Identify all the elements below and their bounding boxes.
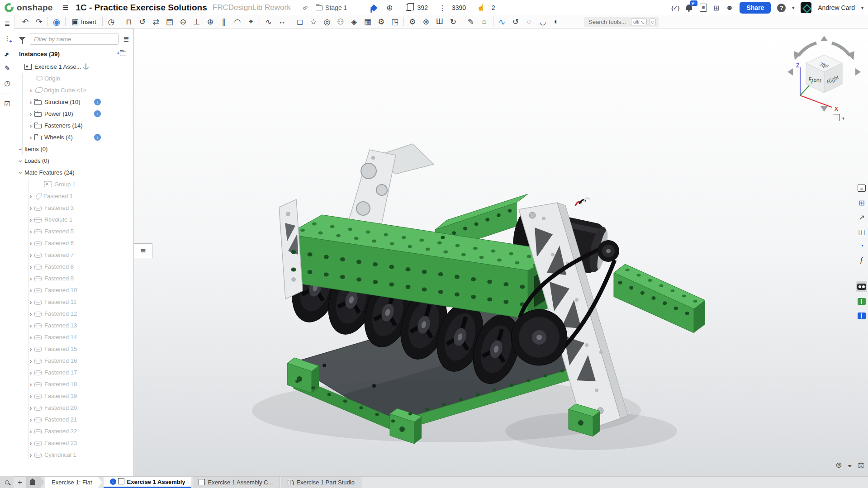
tree-chevron-icon[interactable]: › [18,157,24,165]
tree-chevron-icon[interactable]: › [27,87,34,94]
tree-chevron-icon[interactable]: › [27,122,34,129]
search-tabs-icon[interactable] [0,476,14,488]
tree-row[interactable]: ›Fastened 8 [14,261,133,272]
update-available-badge[interactable]: ↓ [94,99,101,105]
search-tools-box[interactable]: Search tools... alt/⌥ c [584,17,659,27]
mate-pin-slot-icon[interactable]: ⊥ [190,16,204,27]
named-positions-icon[interactable]: ⚇ [334,16,347,27]
tree-chevron-icon[interactable]: › [27,110,34,117]
tree-chevron-icon[interactable]: › [27,404,34,411]
help-caret-icon[interactable]: ▾ [792,5,794,10]
tree-row[interactable]: ›Fastened 20 [14,402,133,413]
tree-row[interactable]: ›Fasteners (14) [14,119,133,131]
list-options-icon[interactable]: ≣ [123,35,129,43]
tree-row[interactable]: ›Fastened 21 [14,413,133,425]
tree-row[interactable]: ›Power (10)↓ [14,108,133,119]
tree-chevron-icon[interactable]: › [27,228,34,235]
tree-row[interactable]: ›Group 1 [14,178,133,190]
tree-chevron-icon[interactable]: › [27,310,34,317]
tree-row[interactable]: ›Fastened 13 [14,319,133,331]
custom-features-icon[interactable]: ⚙ [375,16,388,27]
gear-pair-icon[interactable]: ⚙ [406,16,419,27]
doc-tab[interactable]: Exercise 1 Part Studio [281,477,361,488]
tree-row[interactable]: ›Fastened 16 [14,355,133,366]
tree-row[interactable]: ›Fastened 22 [14,425,133,437]
mate-planar-icon[interactable]: ▤ [163,16,176,27]
mate-tangent-icon[interactable]: ◠ [231,16,244,27]
tree-chevron-icon[interactable]: › [27,298,34,305]
orbit-dashed-icon[interactable]: ◌ [522,16,536,27]
filter-icon[interactable] [19,37,25,41]
tree-row[interactable]: ›Fastened 10 [14,284,133,296]
app-store-icon[interactable]: ⊞ [713,4,719,12]
home-tab[interactable] [26,477,44,488]
filter-input[interactable] [30,33,119,45]
ai-advisor-icon[interactable] [856,281,867,292]
tree-row[interactable]: ›Fastened 3 [14,202,133,213]
tree-row[interactable]: ›Fastened 23 [14,437,133,449]
follow-checklist-icon[interactable]: ☑ [2,99,13,109]
export-icon[interactable]: ⌂ [478,16,491,27]
learning-guide-icon[interactable] [856,296,867,307]
tree-chevron-icon[interactable]: › [27,440,34,446]
insert-instance-icon[interactable] [120,50,129,58]
tree-chevron-icon[interactable]: › [27,416,34,423]
history-icon[interactable]: ◷ [2,78,13,89]
graphics-viewport[interactable]: ≣ Top Front Right Z X Y ▾ ≣⊞↗◫◔ [134,28,868,476]
comments-icon[interactable]: ● [2,48,13,59]
configurations-icon[interactable]: ▦ [361,16,375,27]
appearance-icon[interactable]: ◔ [856,241,867,251]
tree-chevron-icon[interactable]: › [27,428,34,435]
tree-chevron-icon[interactable]: › [27,204,34,211]
add-tab-button[interactable]: + [14,477,26,488]
tree-chevron-icon[interactable]: › [27,357,34,364]
update-available-badge[interactable]: ↓ [94,134,101,141]
user-avatar[interactable] [801,2,811,13]
transform-icon[interactable]: ◻ [293,16,307,27]
tree-row[interactable]: ›Structure (10)↓ [14,96,133,108]
mate-parallel-icon[interactable]: ∥ [217,16,231,27]
documentation-icon[interactable] [856,310,867,321]
notifications-bell-icon[interactable]: 9+ [685,4,693,12]
tree-row[interactable]: ›Fastened 14 [14,331,133,343]
orbit-tangent-icon[interactable]: ◡ [536,16,550,27]
update-available-badge[interactable]: ↓ [94,110,101,117]
tree-chevron-icon[interactable]: › [18,169,24,176]
mate-revolute-icon[interactable]: ↺ [136,16,149,27]
tree-chevron-icon[interactable]: › [27,346,34,352]
edit-document-icon[interactable]: ✎ [2,63,13,74]
tree-row[interactable]: ›Loads (0) [14,155,133,166]
panel-collapse-handle[interactable]: ≣ [134,243,152,258]
redo-icon[interactable]: ↷ [32,16,46,27]
mate-cylindrical-icon[interactable]: ⊖ [176,16,190,27]
undo-icon[interactable]: ↶ [19,16,32,27]
insert-part-icon[interactable]: ◈ [347,16,361,27]
tree-row[interactable]: ›Fastened 19 [14,390,133,402]
tree-chevron-icon[interactable]: › [27,240,34,246]
tree-chevron-icon[interactable]: › [18,146,24,153]
release-tasks-icon[interactable]: ≣ [700,4,707,12]
tree-chevron-icon[interactable]: › [27,99,34,105]
tree-row[interactable]: ›Fastened 17 [14,366,133,378]
tape-measure-icon[interactable]: ⊚ [835,460,842,470]
tree-chevron-icon[interactable]: › [27,193,34,199]
support-icon[interactable]: ☻ [726,4,733,12]
tree-chevron-icon[interactable]: › [27,322,34,329]
orbit-rotate-icon[interactable]: ↺ [509,16,522,27]
tree-row[interactable]: ›Wheels (4)↓ [14,131,133,143]
mate-fastened-icon[interactable]: ⊓ [122,16,136,27]
onshape-logo[interactable]: onshape [5,3,53,13]
rack-icon[interactable]: Ш [433,16,446,27]
snap-mode-icon[interactable]: ∿ [262,16,275,27]
tree-row[interactable]: ›Fastened 1 [14,190,133,202]
tree-row[interactable]: ›Cylindrical 1 [14,449,133,460]
tasks-icon[interactable]: {✓} [671,5,679,11]
tree-chevron-icon[interactable]: › [27,251,34,258]
named-views-icon[interactable]: ☆ [307,16,320,27]
share-button[interactable]: Share [740,2,771,14]
tree-chevron-icon[interactable]: › [27,263,34,270]
insert-button[interactable]: ▣Insert [67,16,100,27]
drawing-icon[interactable]: ✎ [464,16,478,27]
mate-connector-icon[interactable]: ⌖ [244,16,258,27]
tree-row[interactable]: ›Mate Features (24) [14,166,133,178]
